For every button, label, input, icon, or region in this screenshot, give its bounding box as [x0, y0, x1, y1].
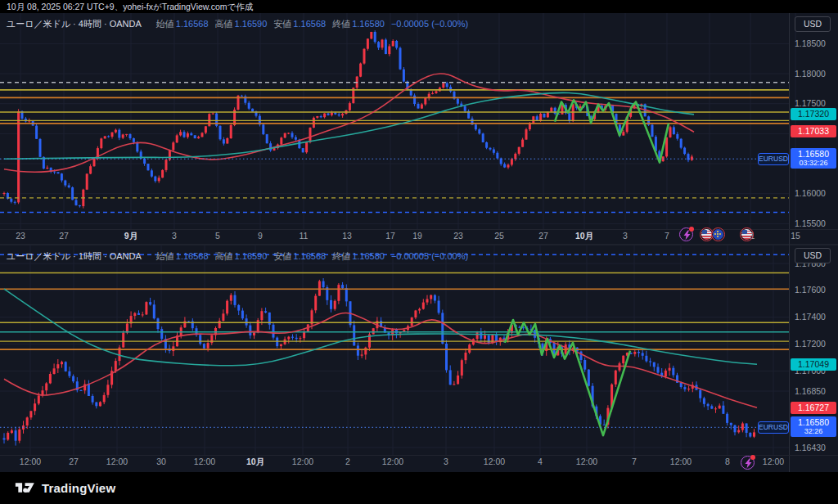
time-tick-label[interactable]: 10月	[575, 231, 593, 241]
time-tick-label[interactable]: 7	[665, 231, 669, 241]
time-tick-label[interactable]: 13	[342, 231, 352, 241]
candle-body	[320, 116, 322, 117]
time-tick-label[interactable]: 27	[538, 231, 548, 241]
candle-body	[345, 288, 348, 301]
time-tick-label[interactable]: 3	[444, 457, 448, 466]
time-tick-label[interactable]: 30	[156, 457, 166, 466]
legend-1h[interactable]: ユーロ／米ドル · 1時間 · OANDA始値1.16568高値1.16590安…	[7, 250, 468, 262]
chart-area[interactable]: 1.185001.180001.175001.160001.1550023279…	[0, 13, 838, 472]
candle-body	[363, 49, 366, 64]
time-tick-label[interactable]: 25	[494, 231, 504, 241]
time-tick-label[interactable]: 3	[172, 231, 177, 241]
price-tick-label[interactable]: 1.16430	[795, 443, 826, 452]
time-tick-label[interactable]: 12:00	[382, 457, 403, 466]
time-tick-label[interactable]: 9月	[124, 231, 137, 241]
legend-ohlc-value: 1.16590	[235, 251, 268, 261]
time-tick-label[interactable]: 12:00	[576, 457, 597, 466]
legend-symbol[interactable]: ユーロ／米ドル · 4時間 · OANDA	[7, 19, 142, 29]
candle-body	[638, 352, 640, 353]
candle-body	[642, 353, 644, 355]
tag-price-value: 1.16580	[798, 417, 829, 427]
price-tick-label[interactable]: 1.16000	[795, 188, 826, 198]
candle-body	[418, 309, 421, 311]
time-tick-label[interactable]: 2	[345, 457, 350, 466]
candle-body	[334, 301, 336, 309]
legend-symbol[interactable]: ユーロ／米ドル · 1時間 · OANDA	[7, 251, 142, 261]
candle-body	[341, 285, 344, 288]
candle-body	[187, 133, 189, 137]
candle-body	[367, 38, 369, 48]
price-tick-label[interactable]: 1.15500	[795, 218, 826, 228]
price-tick-label[interactable]: 1.17200	[795, 339, 826, 349]
candle-body	[457, 99, 459, 104]
legend-4h[interactable]: ユーロ／米ドル · 4時間 · OANDA始値1.16568高値1.16590安…	[7, 18, 468, 29]
time-tick-label[interactable]: 12:00	[20, 457, 41, 466]
candle-body	[122, 333, 124, 348]
candle-body	[107, 136, 110, 137]
time-tick-label[interactable]: 3	[623, 231, 628, 241]
candle-body	[61, 362, 63, 364]
candle-body	[719, 406, 721, 409]
legend-ohlc-value: 1.16568	[176, 251, 209, 261]
time-tick-label[interactable]: 12:00	[484, 457, 505, 466]
time-tick-label[interactable]: 12:00	[670, 457, 692, 466]
currency-button-top[interactable]: USD	[795, 16, 831, 32]
candle-body	[322, 281, 325, 288]
time-tick-label[interactable]: 27	[69, 457, 79, 466]
time-tick-label[interactable]: 8	[725, 457, 730, 466]
price-tick-label[interactable]: 1.18500	[795, 38, 826, 48]
candle-body	[246, 318, 248, 325]
candle-body	[737, 430, 740, 433]
time-tick-label[interactable]: 23	[453, 231, 463, 241]
candle-body	[249, 326, 251, 335]
price-tick-label[interactable]: 1.18000	[795, 69, 826, 79]
time-tick-label[interactable]: 10月	[246, 457, 264, 466]
time-tick-label[interactable]: 9	[258, 231, 263, 241]
time-tick-label[interactable]: 27	[59, 231, 69, 241]
candle-body	[264, 311, 267, 313]
time-tick-label[interactable]: 12:00	[194, 457, 215, 466]
candle-body	[143, 159, 146, 164]
candle-body	[381, 40, 384, 48]
tradingview-mark-icon	[15, 479, 36, 496]
candle-body	[199, 335, 201, 344]
tradingview-logo[interactable]: TradingView	[15, 479, 115, 496]
time-tick-label[interactable]: 7	[632, 457, 637, 466]
candle-body	[327, 114, 330, 115]
price-tick-label[interactable]: 1.17600	[795, 285, 826, 295]
time-tick-label[interactable]: 5	[215, 231, 220, 241]
flag-eu-event-icon[interactable]	[711, 227, 725, 241]
time-tick-label[interactable]: 11	[300, 231, 309, 241]
candle-body	[334, 113, 336, 115]
price-tick-label[interactable]: 1.17500	[795, 98, 826, 108]
candle-body	[219, 321, 221, 328]
time-tick-label[interactable]: 23	[16, 231, 25, 241]
tag-countdown: 32:26	[791, 427, 836, 437]
time-tick-label[interactable]: 15	[791, 231, 800, 241]
time-tick-label[interactable]: 4	[538, 457, 543, 466]
lightning-event-icon[interactable]	[679, 227, 693, 241]
time-tick-label[interactable]: 19	[412, 231, 422, 241]
candle-body	[746, 424, 748, 434]
time-tick-label[interactable]: 12:00	[763, 457, 784, 466]
lightning-event-icon[interactable]	[741, 456, 755, 470]
price-tick-label[interactable]: 1.16850	[795, 386, 826, 396]
time-tick-label[interactable]: 12:00	[292, 457, 313, 466]
currency-button-bottom[interactable]: USD	[795, 248, 831, 263]
time-tick-label[interactable]: 12:00	[106, 457, 128, 466]
flag-us-event-icon[interactable]	[740, 227, 754, 241]
candle-body	[341, 114, 344, 115]
candle-body	[207, 343, 210, 349]
candle-body	[426, 299, 429, 303]
candle-body	[484, 335, 486, 339]
candle-body	[71, 187, 74, 200]
candle-body	[153, 304, 155, 318]
candle-body	[34, 403, 36, 411]
time-tick-label[interactable]: 17	[385, 231, 395, 241]
candle-body	[669, 127, 672, 137]
price-tick-label[interactable]: 1.17400	[795, 312, 826, 322]
candle-body	[172, 346, 174, 351]
tag-price-value: 1.17320	[798, 109, 829, 119]
candle-body	[550, 108, 552, 112]
chart-canvas[interactable]: 1.185001.180001.175001.160001.1550023279…	[0, 13, 838, 472]
